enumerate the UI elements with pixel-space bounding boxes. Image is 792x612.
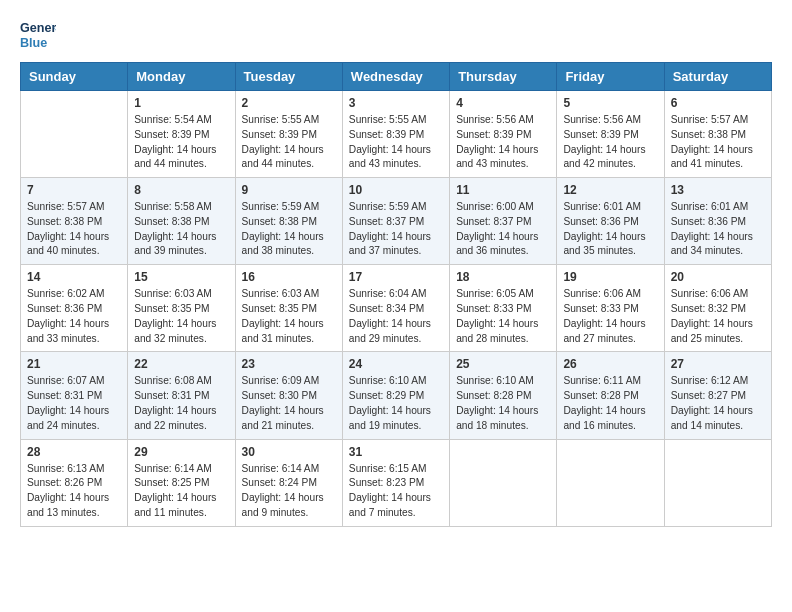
day-info: Sunrise: 5:56 AM Sunset: 8:39 PM Dayligh…	[563, 113, 657, 172]
day-info: Sunrise: 6:07 AM Sunset: 8:31 PM Dayligh…	[27, 374, 121, 433]
day-info: Sunrise: 6:03 AM Sunset: 8:35 PM Dayligh…	[242, 287, 336, 346]
svg-text:General: General	[20, 21, 56, 35]
logo: General Blue	[20, 16, 60, 52]
day-info: Sunrise: 5:57 AM Sunset: 8:38 PM Dayligh…	[671, 113, 765, 172]
calendar-cell: 23Sunrise: 6:09 AM Sunset: 8:30 PM Dayli…	[235, 352, 342, 439]
logo-icon: General Blue	[20, 16, 56, 52]
day-info: Sunrise: 6:12 AM Sunset: 8:27 PM Dayligh…	[671, 374, 765, 433]
calendar-cell: 21Sunrise: 6:07 AM Sunset: 8:31 PM Dayli…	[21, 352, 128, 439]
calendar-cell	[557, 439, 664, 526]
day-info: Sunrise: 5:56 AM Sunset: 8:39 PM Dayligh…	[456, 113, 550, 172]
calendar-cell	[21, 91, 128, 178]
calendar-cell: 13Sunrise: 6:01 AM Sunset: 8:36 PM Dayli…	[664, 178, 771, 265]
day-number: 29	[134, 445, 228, 459]
day-number: 18	[456, 270, 550, 284]
day-info: Sunrise: 5:54 AM Sunset: 8:39 PM Dayligh…	[134, 113, 228, 172]
weekday-header-thursday: Thursday	[450, 63, 557, 91]
calendar-cell: 22Sunrise: 6:08 AM Sunset: 8:31 PM Dayli…	[128, 352, 235, 439]
calendar-cell: 3Sunrise: 5:55 AM Sunset: 8:39 PM Daylig…	[342, 91, 449, 178]
calendar-cell: 10Sunrise: 5:59 AM Sunset: 8:37 PM Dayli…	[342, 178, 449, 265]
calendar-cell: 17Sunrise: 6:04 AM Sunset: 8:34 PM Dayli…	[342, 265, 449, 352]
day-info: Sunrise: 6:14 AM Sunset: 8:25 PM Dayligh…	[134, 462, 228, 521]
calendar-cell: 11Sunrise: 6:00 AM Sunset: 8:37 PM Dayli…	[450, 178, 557, 265]
day-number: 8	[134, 183, 228, 197]
day-number: 17	[349, 270, 443, 284]
day-info: Sunrise: 6:09 AM Sunset: 8:30 PM Dayligh…	[242, 374, 336, 433]
day-number: 9	[242, 183, 336, 197]
calendar-cell: 6Sunrise: 5:57 AM Sunset: 8:38 PM Daylig…	[664, 91, 771, 178]
day-number: 22	[134, 357, 228, 371]
day-number: 14	[27, 270, 121, 284]
day-number: 16	[242, 270, 336, 284]
day-number: 15	[134, 270, 228, 284]
day-info: Sunrise: 5:59 AM Sunset: 8:38 PM Dayligh…	[242, 200, 336, 259]
day-number: 20	[671, 270, 765, 284]
day-number: 23	[242, 357, 336, 371]
day-number: 12	[563, 183, 657, 197]
day-number: 4	[456, 96, 550, 110]
calendar-cell: 19Sunrise: 6:06 AM Sunset: 8:33 PM Dayli…	[557, 265, 664, 352]
day-info: Sunrise: 5:58 AM Sunset: 8:38 PM Dayligh…	[134, 200, 228, 259]
calendar-table: SundayMondayTuesdayWednesdayThursdayFrid…	[20, 62, 772, 527]
day-number: 31	[349, 445, 443, 459]
calendar-cell: 7Sunrise: 5:57 AM Sunset: 8:38 PM Daylig…	[21, 178, 128, 265]
calendar-cell: 14Sunrise: 6:02 AM Sunset: 8:36 PM Dayli…	[21, 265, 128, 352]
day-info: Sunrise: 6:02 AM Sunset: 8:36 PM Dayligh…	[27, 287, 121, 346]
calendar-cell: 28Sunrise: 6:13 AM Sunset: 8:26 PM Dayli…	[21, 439, 128, 526]
day-info: Sunrise: 6:10 AM Sunset: 8:29 PM Dayligh…	[349, 374, 443, 433]
calendar-cell: 9Sunrise: 5:59 AM Sunset: 8:38 PM Daylig…	[235, 178, 342, 265]
day-number: 5	[563, 96, 657, 110]
day-number: 1	[134, 96, 228, 110]
day-info: Sunrise: 6:04 AM Sunset: 8:34 PM Dayligh…	[349, 287, 443, 346]
day-info: Sunrise: 6:00 AM Sunset: 8:37 PM Dayligh…	[456, 200, 550, 259]
day-number: 19	[563, 270, 657, 284]
weekday-header-tuesday: Tuesday	[235, 63, 342, 91]
calendar-cell: 16Sunrise: 6:03 AM Sunset: 8:35 PM Dayli…	[235, 265, 342, 352]
weekday-header-saturday: Saturday	[664, 63, 771, 91]
calendar-cell: 30Sunrise: 6:14 AM Sunset: 8:24 PM Dayli…	[235, 439, 342, 526]
day-number: 28	[27, 445, 121, 459]
calendar-cell: 2Sunrise: 5:55 AM Sunset: 8:39 PM Daylig…	[235, 91, 342, 178]
day-number: 30	[242, 445, 336, 459]
svg-text:Blue: Blue	[20, 36, 47, 50]
calendar-header: SundayMondayTuesdayWednesdayThursdayFrid…	[21, 63, 772, 91]
calendar-cell: 27Sunrise: 6:12 AM Sunset: 8:27 PM Dayli…	[664, 352, 771, 439]
calendar-cell: 15Sunrise: 6:03 AM Sunset: 8:35 PM Dayli…	[128, 265, 235, 352]
calendar-cell: 12Sunrise: 6:01 AM Sunset: 8:36 PM Dayli…	[557, 178, 664, 265]
calendar-cell: 4Sunrise: 5:56 AM Sunset: 8:39 PM Daylig…	[450, 91, 557, 178]
day-info: Sunrise: 6:06 AM Sunset: 8:33 PM Dayligh…	[563, 287, 657, 346]
calendar-cell	[450, 439, 557, 526]
day-number: 13	[671, 183, 765, 197]
weekday-header-monday: Monday	[128, 63, 235, 91]
day-info: Sunrise: 5:59 AM Sunset: 8:37 PM Dayligh…	[349, 200, 443, 259]
calendar-cell: 31Sunrise: 6:15 AM Sunset: 8:23 PM Dayli…	[342, 439, 449, 526]
day-info: Sunrise: 5:57 AM Sunset: 8:38 PM Dayligh…	[27, 200, 121, 259]
day-info: Sunrise: 6:14 AM Sunset: 8:24 PM Dayligh…	[242, 462, 336, 521]
day-info: Sunrise: 6:13 AM Sunset: 8:26 PM Dayligh…	[27, 462, 121, 521]
day-info: Sunrise: 6:01 AM Sunset: 8:36 PM Dayligh…	[563, 200, 657, 259]
calendar-cell: 18Sunrise: 6:05 AM Sunset: 8:33 PM Dayli…	[450, 265, 557, 352]
day-number: 11	[456, 183, 550, 197]
calendar-cell: 25Sunrise: 6:10 AM Sunset: 8:28 PM Dayli…	[450, 352, 557, 439]
day-number: 3	[349, 96, 443, 110]
calendar-cell	[664, 439, 771, 526]
weekday-header-friday: Friday	[557, 63, 664, 91]
page-header: General Blue	[20, 16, 772, 52]
calendar-cell: 1Sunrise: 5:54 AM Sunset: 8:39 PM Daylig…	[128, 91, 235, 178]
calendar-cell: 5Sunrise: 5:56 AM Sunset: 8:39 PM Daylig…	[557, 91, 664, 178]
day-info: Sunrise: 5:55 AM Sunset: 8:39 PM Dayligh…	[349, 113, 443, 172]
day-info: Sunrise: 6:03 AM Sunset: 8:35 PM Dayligh…	[134, 287, 228, 346]
day-info: Sunrise: 6:05 AM Sunset: 8:33 PM Dayligh…	[456, 287, 550, 346]
day-number: 6	[671, 96, 765, 110]
day-number: 27	[671, 357, 765, 371]
day-info: Sunrise: 6:15 AM Sunset: 8:23 PM Dayligh…	[349, 462, 443, 521]
day-number: 7	[27, 183, 121, 197]
day-info: Sunrise: 6:11 AM Sunset: 8:28 PM Dayligh…	[563, 374, 657, 433]
day-info: Sunrise: 6:10 AM Sunset: 8:28 PM Dayligh…	[456, 374, 550, 433]
day-info: Sunrise: 6:06 AM Sunset: 8:32 PM Dayligh…	[671, 287, 765, 346]
calendar-cell: 8Sunrise: 5:58 AM Sunset: 8:38 PM Daylig…	[128, 178, 235, 265]
day-number: 26	[563, 357, 657, 371]
calendar-cell: 26Sunrise: 6:11 AM Sunset: 8:28 PM Dayli…	[557, 352, 664, 439]
calendar-cell: 29Sunrise: 6:14 AM Sunset: 8:25 PM Dayli…	[128, 439, 235, 526]
calendar-cell: 20Sunrise: 6:06 AM Sunset: 8:32 PM Dayli…	[664, 265, 771, 352]
